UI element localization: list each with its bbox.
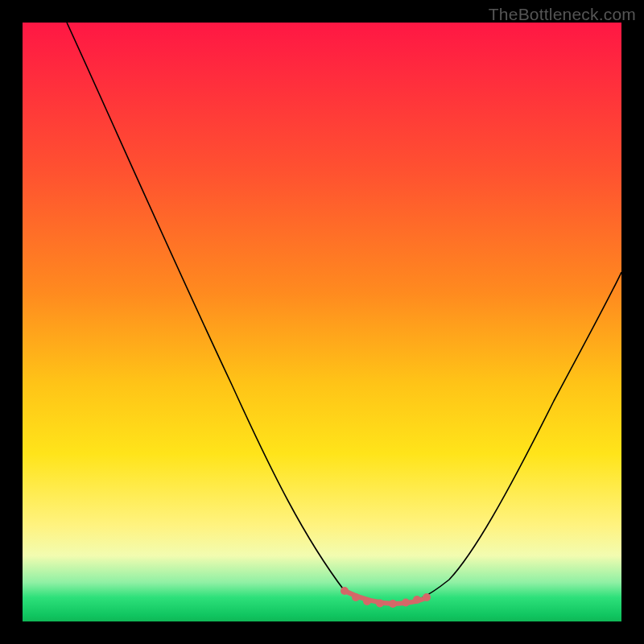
optimal-dot bbox=[389, 600, 397, 608]
optimal-dot bbox=[423, 593, 431, 601]
optimal-dot bbox=[341, 587, 349, 595]
bottleneck-curve bbox=[67, 23, 621, 604]
optimal-dot bbox=[413, 596, 421, 604]
optimal-dot bbox=[376, 600, 384, 608]
optimal-dot bbox=[402, 599, 410, 607]
curve-svg bbox=[23, 23, 621, 621]
optimal-dot bbox=[352, 593, 360, 601]
chart-frame: TheBottleneck.com bbox=[0, 0, 644, 644]
watermark-text: TheBottleneck.com bbox=[489, 5, 636, 24]
optimal-dot bbox=[363, 597, 371, 605]
plot-area bbox=[23, 23, 621, 621]
